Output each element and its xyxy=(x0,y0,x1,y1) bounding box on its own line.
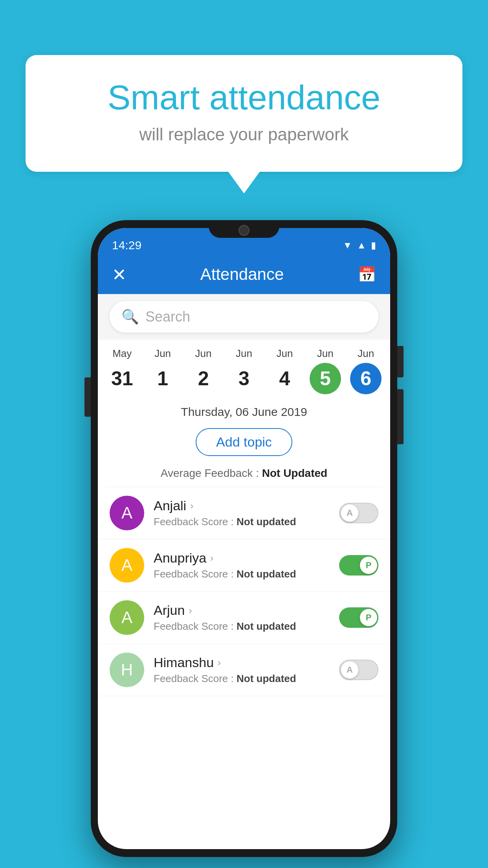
chevron-right-icon: › xyxy=(210,553,213,564)
phone-mockup: 14:29 ▼ ▲ ▮ ✕ Attendance 📅 🔍 Search xyxy=(91,220,397,857)
cal-date-number[interactable]: 4 xyxy=(269,363,300,394)
avg-feedback-value: Not Updated xyxy=(262,467,327,479)
student-feedback: Feedback Score : Not updated xyxy=(154,673,330,685)
side-button-right-top xyxy=(397,346,404,377)
selected-date: Thursday, 06 June 2019 xyxy=(98,398,390,424)
student-info: Himanshu›Feedback Score : Not updated xyxy=(154,655,330,685)
attendance-toggle[interactable]: P xyxy=(339,607,378,628)
calendar-day[interactable]: Jun2 xyxy=(186,348,221,394)
toggle-knob: A xyxy=(341,661,358,679)
student-name-text: Himanshu xyxy=(154,655,214,670)
cal-month-label: May xyxy=(112,348,132,360)
app-header: ✕ Attendance 📅 xyxy=(98,255,390,294)
student-info: Anjali›Feedback Score : Not updated xyxy=(154,498,330,528)
avatar: A xyxy=(110,600,144,635)
side-button-right-bottom xyxy=(397,389,404,444)
speech-bubble: Smart attendance will replace your paper… xyxy=(26,55,462,172)
cal-date-number[interactable]: 2 xyxy=(188,363,219,394)
calendar-day[interactable]: Jun3 xyxy=(226,348,262,394)
student-name: Arjun› xyxy=(154,603,330,618)
calendar-day[interactable]: Jun4 xyxy=(267,348,302,394)
side-button-left xyxy=(84,377,91,417)
cal-month-label: Jun xyxy=(195,348,212,360)
student-name: Himanshu› xyxy=(154,655,330,670)
student-item[interactable]: HHimanshu›Feedback Score : Not updatedA xyxy=(98,644,390,696)
calendar-day[interactable]: Jun5 xyxy=(308,348,343,394)
status-icons: ▼ ▲ ▮ xyxy=(343,240,376,251)
cal-date-number[interactable]: 6 xyxy=(350,363,382,394)
speech-bubble-section: Smart attendance will replace your paper… xyxy=(26,55,462,193)
cal-month-label: Jun xyxy=(317,348,334,360)
chevron-right-icon: › xyxy=(189,605,192,616)
student-name-text: Anjali xyxy=(154,498,186,513)
student-list: AAnjali›Feedback Score : Not updatedAAAn… xyxy=(98,487,390,696)
student-feedback: Feedback Score : Not updated xyxy=(154,568,330,580)
cal-month-label: Jun xyxy=(236,348,252,360)
student-feedback: Feedback Score : Not updated xyxy=(154,516,330,528)
calendar-day[interactable]: May31 xyxy=(105,348,140,394)
app-title: Attendance xyxy=(200,265,284,284)
wifi-icon: ▼ xyxy=(343,240,352,251)
cal-date-number[interactable]: 5 xyxy=(310,363,341,394)
student-name-text: Anupriya xyxy=(154,550,206,566)
cal-date-number[interactable]: 3 xyxy=(228,363,260,394)
search-icon: 🔍 xyxy=(121,309,139,325)
status-time: 14:29 xyxy=(112,239,141,252)
avatar: A xyxy=(110,496,144,530)
avg-feedback: Average Feedback : Not Updated xyxy=(98,463,390,487)
attendance-toggle[interactable]: A xyxy=(339,660,378,680)
avatar: H xyxy=(110,653,144,687)
student-name: Anjali› xyxy=(154,498,330,513)
student-info: Anupriya›Feedback Score : Not updated xyxy=(154,550,330,580)
toggle-knob: A xyxy=(341,504,358,522)
cal-date-number[interactable]: 1 xyxy=(147,363,178,394)
student-item[interactable]: AAnupriya›Feedback Score : Not updatedP xyxy=(98,539,390,592)
phone-frame: 14:29 ▼ ▲ ▮ ✕ Attendance 📅 🔍 Search xyxy=(91,220,397,857)
speech-bubble-title: Smart attendance xyxy=(57,79,431,117)
battery-icon: ▮ xyxy=(371,240,376,251)
cal-date-number[interactable]: 31 xyxy=(106,363,138,394)
attendance-toggle[interactable]: P xyxy=(339,555,378,576)
attendance-toggle[interactable]: A xyxy=(339,503,378,523)
calendar-day[interactable]: Jun6 xyxy=(348,348,383,394)
calendar-day[interactable]: Jun1 xyxy=(145,348,180,394)
search-placeholder: Search xyxy=(145,309,190,325)
phone-screen: 14:29 ▼ ▲ ▮ ✕ Attendance 📅 🔍 Search xyxy=(98,228,390,849)
speech-bubble-tail xyxy=(228,172,260,193)
cal-month-label: Jun xyxy=(358,348,374,360)
speech-bubble-subtitle: will replace your paperwork xyxy=(57,125,431,144)
add-topic-container: Add topic xyxy=(98,424,390,463)
phone-camera xyxy=(238,225,250,236)
search-bar[interactable]: 🔍 Search xyxy=(110,301,378,333)
signal-icon: ▲ xyxy=(357,240,366,251)
student-info: Arjun›Feedback Score : Not updated xyxy=(154,603,330,633)
toggle-knob: P xyxy=(360,609,377,626)
student-feedback: Feedback Score : Not updated xyxy=(154,620,330,633)
cal-month-label: Jun xyxy=(154,348,171,360)
student-item[interactable]: AAnjali›Feedback Score : Not updatedA xyxy=(98,487,390,539)
avg-feedback-label: Average Feedback : xyxy=(161,467,259,479)
calendar-strip: May31Jun1Jun2Jun3Jun4Jun5Jun6 xyxy=(98,340,390,398)
student-name-text: Arjun xyxy=(154,603,185,618)
toggle-knob: P xyxy=(360,557,377,574)
phone-notch xyxy=(209,220,279,238)
calendar-icon[interactable]: 📅 xyxy=(358,266,376,283)
student-name: Anupriya› xyxy=(154,550,330,566)
search-section: 🔍 Search xyxy=(98,294,390,340)
cal-month-label: Jun xyxy=(276,348,293,360)
student-item[interactable]: AArjun›Feedback Score : Not updatedP xyxy=(98,592,390,644)
chevron-right-icon: › xyxy=(218,657,221,668)
close-button[interactable]: ✕ xyxy=(112,265,127,285)
chevron-right-icon: › xyxy=(190,500,193,511)
add-topic-button[interactable]: Add topic xyxy=(196,428,292,456)
avatar: A xyxy=(110,548,144,583)
